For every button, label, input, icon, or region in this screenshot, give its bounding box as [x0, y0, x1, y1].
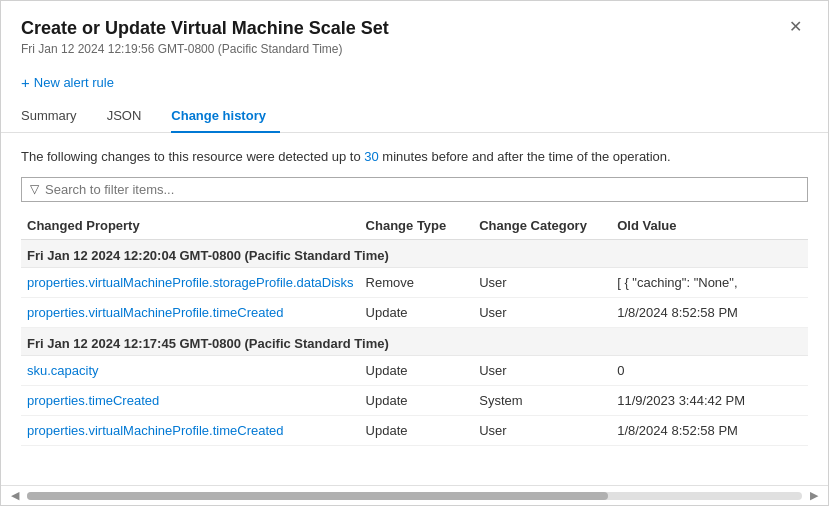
info-after: minutes before and after the time of the… — [379, 149, 671, 164]
change-type-cell: Remove — [360, 267, 474, 297]
property-link[interactable]: properties.virtualMachineProfile.storage… — [27, 275, 354, 290]
info-highlight: 30 — [364, 149, 378, 164]
changes-table: Changed Property Change Type Change Cate… — [21, 212, 808, 446]
horizontal-scrollbar: ◀ ▶ — [1, 485, 828, 505]
scroll-right-arrow[interactable]: ▶ — [808, 489, 820, 502]
col-header-category: Change Category — [473, 212, 611, 240]
scroll-track[interactable] — [27, 492, 802, 500]
tab-change-history[interactable]: Change history — [171, 100, 280, 133]
table-row: properties.virtualMachineProfile.timeCre… — [21, 415, 808, 445]
col-header-oldvalue: Old Value — [611, 212, 808, 240]
change-type-cell: Update — [360, 297, 474, 327]
search-box: ▽ — [21, 177, 808, 202]
old-value-cell: [ { "caching": "None", — [611, 267, 808, 297]
panel-subtitle: Fri Jan 12 2024 12:19:56 GMT-0800 (Pacif… — [21, 42, 808, 56]
change-category-cell: User — [473, 355, 611, 385]
search-input[interactable] — [45, 182, 799, 197]
tab-json[interactable]: JSON — [107, 100, 156, 133]
header: Create or Update Virtual Machine Scale S… — [1, 1, 828, 64]
plus-icon: + — [21, 74, 30, 91]
close-button[interactable]: ✕ — [783, 17, 808, 37]
info-text: The following changes to this resource w… — [21, 147, 808, 167]
new-alert-label: New alert rule — [34, 75, 114, 90]
tab-summary[interactable]: Summary — [21, 100, 91, 133]
change-category-cell: User — [473, 267, 611, 297]
table-row: properties.virtualMachineProfile.timeCre… — [21, 297, 808, 327]
col-header-type: Change Type — [360, 212, 474, 240]
old-value-cell: 1/8/2024 8:52:58 PM — [611, 297, 808, 327]
content-area: The following changes to this resource w… — [1, 133, 828, 485]
panel-title: Create or Update Virtual Machine Scale S… — [21, 17, 389, 40]
property-link[interactable]: properties.virtualMachineProfile.timeCre… — [27, 305, 284, 320]
table-row: properties.virtualMachineProfile.storage… — [21, 267, 808, 297]
new-alert-rule-button[interactable]: + New alert rule — [21, 74, 114, 91]
old-value-cell: 0 — [611, 355, 808, 385]
property-link[interactable]: properties.virtualMachineProfile.timeCre… — [27, 423, 284, 438]
group-row: Fri Jan 12 2024 12:20:04 GMT-0800 (Pacif… — [21, 239, 808, 267]
change-type-cell: Update — [360, 385, 474, 415]
change-type-cell: Update — [360, 355, 474, 385]
col-header-property: Changed Property — [21, 212, 360, 240]
scroll-left-arrow[interactable]: ◀ — [9, 489, 21, 502]
toolbar: + New alert rule — [1, 64, 828, 99]
filter-icon: ▽ — [30, 182, 39, 196]
main-panel: Create or Update Virtual Machine Scale S… — [0, 0, 829, 506]
change-category-cell: System — [473, 385, 611, 415]
group-row: Fri Jan 12 2024 12:17:45 GMT-0800 (Pacif… — [21, 327, 808, 355]
old-value-cell: 11/9/2023 3:44:42 PM — [611, 385, 808, 415]
old-value-cell: 1/8/2024 8:52:58 PM — [611, 415, 808, 445]
property-link[interactable]: sku.capacity — [27, 363, 99, 378]
tabs-bar: Summary JSON Change history — [1, 99, 828, 133]
table-container: Changed Property Change Type Change Cate… — [21, 212, 808, 485]
change-category-cell: User — [473, 415, 611, 445]
table-row: sku.capacityUpdateUser0 — [21, 355, 808, 385]
property-link[interactable]: properties.timeCreated — [27, 393, 159, 408]
scroll-thumb — [27, 492, 608, 500]
info-before: The following changes to this resource w… — [21, 149, 364, 164]
change-type-cell: Update — [360, 415, 474, 445]
table-row: properties.timeCreatedUpdateSystem11/9/2… — [21, 385, 808, 415]
change-category-cell: User — [473, 297, 611, 327]
